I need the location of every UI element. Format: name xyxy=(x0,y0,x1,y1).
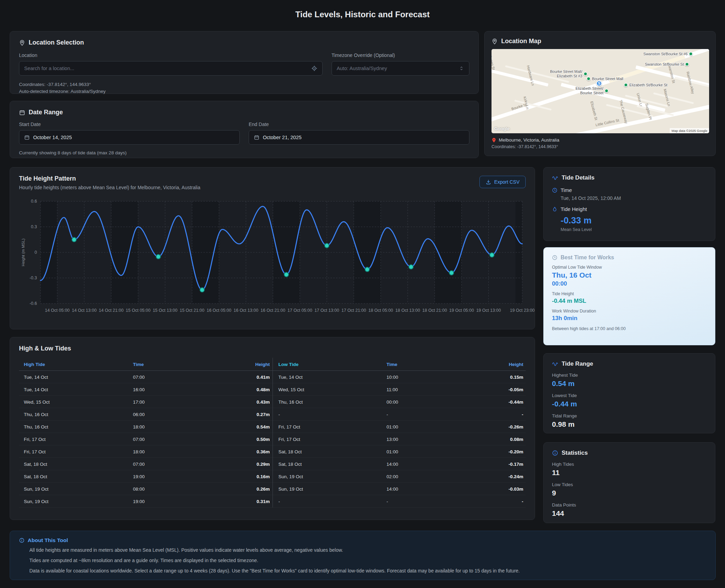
poi-marker-icon[interactable] xyxy=(604,89,609,93)
x-tick-label: 14 Oct 05:00 xyxy=(45,308,70,313)
x-tick-label: 18 Oct 13:00 xyxy=(395,308,420,313)
x-tick-label: 14 Oct 21:00 xyxy=(99,308,124,313)
best-time-note: Between high tides at 17:00 and 06:00 xyxy=(552,326,707,331)
location-search-input[interactable] xyxy=(24,66,308,71)
low-tide-cell: -0.03m xyxy=(490,486,526,492)
high-tide-cell: 19:00 xyxy=(133,474,237,479)
tide-table-row: Wed, 15 Oct17:000.43mThu, 16 Oct00:00-0.… xyxy=(19,396,526,408)
low-tide-marker xyxy=(284,272,289,277)
x-tick-label: 18 Oct 21:00 xyxy=(422,308,447,313)
start-date-field[interactable]: October 14, 2025 xyxy=(19,130,240,145)
high-tides-label: High Tides xyxy=(552,462,707,467)
pin-icon xyxy=(492,38,498,45)
high-tide-cell: 0.54m xyxy=(237,424,273,430)
low-tide-marker xyxy=(200,288,204,292)
date-range-title: Date Range xyxy=(29,109,63,116)
poi-marker-icon[interactable] xyxy=(689,52,693,56)
tide-details-title: Tide Details xyxy=(562,174,594,181)
optimal-window-date: Thu, 16 Oct xyxy=(552,271,707,279)
clock-icon xyxy=(552,255,557,260)
low-tide-cell: 13:00 xyxy=(387,437,490,442)
tide-height-value: -0.33 m xyxy=(561,215,707,226)
poi-label: Elizabeth Street/Bourke Street xyxy=(575,86,603,95)
high-tide-cell: Fri, 17 Oct xyxy=(19,437,133,442)
data-points-label: Data Points xyxy=(552,502,707,508)
calendar-icon xyxy=(24,135,30,140)
map[interactable]: Google Map data ©2025 Google Bourke StLi… xyxy=(492,49,709,133)
x-tick-label: 15 Oct 21:00 xyxy=(180,308,204,313)
end-date-field[interactable]: October 21, 2025 xyxy=(249,130,469,145)
location-selection-panel: Location Selection Location Timezone Ove… xyxy=(10,31,479,94)
location-selection-header: Location Selection xyxy=(19,39,469,46)
high-tide-cell: 0.26m xyxy=(237,486,273,492)
transit-stop-icon[interactable]: S xyxy=(596,80,602,86)
high-tide-cell: 0.43m xyxy=(237,399,273,405)
poi-marker-icon[interactable] xyxy=(624,83,628,87)
low-tide-cell: 00:00 xyxy=(387,399,490,405)
low-tides-value: 9 xyxy=(552,489,707,497)
high-tide-cell: 0.27m xyxy=(237,412,273,417)
lowest-tide-value: -0.44 m xyxy=(552,400,707,408)
export-csv-button[interactable]: Export CSV xyxy=(479,176,526,188)
x-tick-label: 15 Oct 05:00 xyxy=(126,308,151,313)
clock-icon xyxy=(552,187,557,193)
poi-marker-icon[interactable] xyxy=(583,72,588,76)
work-window-value: 13h 0min xyxy=(552,315,707,322)
tide-table-row: Thu, 16 Oct06:000.27m--- xyxy=(19,408,526,421)
x-tick-label: 16 Oct 05:00 xyxy=(207,308,231,313)
bt-tide-height-value: -0.44 m MSL xyxy=(552,298,707,305)
high-tide-cell: Sun, 19 Oct xyxy=(19,499,133,504)
time-label: Time xyxy=(561,187,572,193)
poi-label: Elizabeth St/Bourke St xyxy=(629,83,667,87)
timezone-select[interactable]: Auto: Australia/Sydney xyxy=(332,61,469,76)
about-header: About This Tool xyxy=(19,537,706,543)
low-tide-cell: -0.26m xyxy=(490,424,526,430)
poi-marker-icon[interactable] xyxy=(685,62,689,66)
low-tide-cell: Tue, 14 Oct xyxy=(273,371,387,383)
y-tick-label: -0.6 xyxy=(29,301,37,306)
about-line: Data is available for coastal locations … xyxy=(29,567,706,575)
low-tide-cell: - xyxy=(387,499,490,504)
locate-icon[interactable] xyxy=(311,65,317,71)
low-tide-cell: - xyxy=(273,495,387,508)
street-label: Hardware Ln xyxy=(526,65,535,86)
low-tide-cell: Sat, 18 Oct xyxy=(273,445,387,458)
col-time-2: Time xyxy=(387,362,490,367)
low-tide-cell: Wed, 15 Oct xyxy=(273,383,387,396)
date-range-panel: Date Range Start Date October 14, 2025 E… xyxy=(10,101,479,158)
tide-range-header: Tide Range xyxy=(552,360,707,367)
poi-label: Bourke Street Mall xyxy=(592,77,623,81)
low-tide-marker xyxy=(490,253,494,257)
low-tide-cell: 14:00 xyxy=(387,486,490,492)
high-low-tides-panel: High & Low Tides High Tide Time Height L… xyxy=(10,337,535,520)
start-date-label: Start Date xyxy=(19,122,240,127)
col-high-tide: High Tide xyxy=(19,362,133,367)
wave-icon xyxy=(552,361,558,367)
x-tick-label: 19 Oct 13:00 xyxy=(476,308,501,313)
high-tide-cell: Sun, 19 Oct xyxy=(19,486,133,492)
low-tide-cell: -0.24m xyxy=(490,474,526,479)
high-tide-cell: Tue, 14 Oct xyxy=(19,387,133,392)
tide-height-sub: Mean Sea Level xyxy=(561,227,707,232)
high-tide-cell: 0.29m xyxy=(237,462,273,467)
high-tide-cell: Tue, 14 Oct xyxy=(19,375,133,380)
low-tide-cell: 02:00 xyxy=(387,474,490,479)
x-tick-label: 17 Oct 21:00 xyxy=(341,308,366,313)
auto-timezone-text: Auto-detected timezone: Australia/Sydney xyxy=(19,88,469,95)
high-tide-cell: 18:00 xyxy=(133,424,237,430)
x-tick-label: 18 Oct 05:00 xyxy=(368,308,393,313)
location-search-field[interactable] xyxy=(19,61,323,76)
map-place: Melbourne, Victoria, Australia xyxy=(499,137,559,143)
low-tides-label: Low Tides xyxy=(552,482,707,487)
low-tide-cell: 01:00 xyxy=(387,449,490,454)
date-range-note: Currently showing 8 days of tide data (m… xyxy=(19,150,469,155)
tide-range-title: Tide Range xyxy=(562,360,593,367)
location-label: Location xyxy=(19,52,323,58)
low-tide-cell: Sun, 19 Oct xyxy=(273,483,387,495)
location-selection-title: Location Selection xyxy=(29,39,84,46)
poi-marker-icon[interactable] xyxy=(586,77,591,81)
statistics-panel: Statistics High Tides 11 Low Tides 9 Dat… xyxy=(543,442,715,523)
tide-table-row: Sun, 19 Oct08:000.26mSun, 19 Oct14:00-0.… xyxy=(19,483,526,495)
location-map-panel: Location Map Google Map data ©2025 Googl… xyxy=(484,31,716,156)
x-tick-label: 19 Oct 05:00 xyxy=(449,308,474,313)
